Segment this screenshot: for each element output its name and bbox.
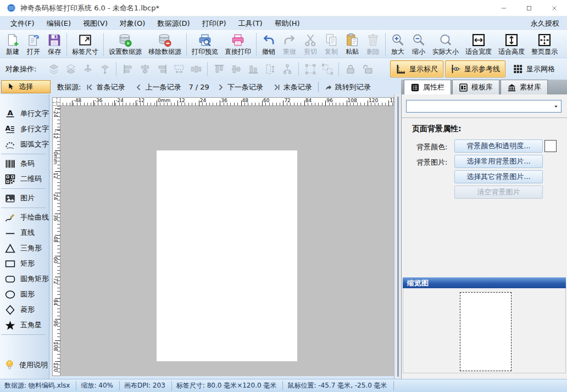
tool-freehand-curve[interactable]: 手绘曲线 <box>0 210 49 225</box>
paste-button[interactable]: 粘贴 <box>342 32 363 57</box>
close-button[interactable] <box>542 0 567 16</box>
tab-materials[interactable]: 素材库 <box>501 80 548 94</box>
separator <box>103 33 104 56</box>
circle-icon <box>4 289 16 300</box>
show-grid-toggle[interactable]: 显示网格 <box>507 60 560 77</box>
save-button[interactable]: 保存 <box>44 32 65 57</box>
prev-record-button[interactable]: 上一条记录 <box>130 80 186 94</box>
tool-arc-text[interactable]: 圆弧文字 <box>0 137 49 152</box>
maximize-button[interactable] <box>516 0 542 16</box>
rec-last-icon <box>273 83 281 91</box>
group-button <box>302 61 319 77</box>
print-preview-button[interactable]: 打印预览 <box>188 32 221 57</box>
datasource-label: 数据源: <box>57 80 81 94</box>
menu-print[interactable]: 打印(P) <box>196 19 232 29</box>
tool-triangle[interactable]: 三角形 <box>0 240 49 256</box>
background-color-swatch[interactable] <box>544 140 557 152</box>
label-page[interactable] <box>157 150 297 361</box>
cut-icon <box>303 33 318 47</box>
tool-rounded-rectangle[interactable]: 圆角矩形 <box>0 271 49 287</box>
show-guides-toggle[interactable]: 显示参考线 <box>445 60 505 77</box>
text-arc-icon <box>4 139 16 150</box>
menu-view[interactable]: 视图(V) <box>77 19 114 29</box>
line-icon <box>4 227 16 239</box>
separator <box>256 33 257 56</box>
align-bottom-icon <box>247 63 259 75</box>
zoom-out-button[interactable]: 缩小 <box>408 32 429 57</box>
group-icon <box>304 63 316 75</box>
separator <box>207 62 208 76</box>
tab-templates[interactable]: 模板库 <box>452 80 499 94</box>
actual-size-button[interactable]: 实际大小 <box>429 32 462 57</box>
paste-icon <box>345 33 359 47</box>
properties-panel: 页面背景属性: 背景颜色: 背景颜色和透明度... 背景图片: 选择常用背景图片… <box>401 94 567 379</box>
same-height-button <box>262 61 279 77</box>
minimize-button[interactable] <box>491 0 516 16</box>
fit-width-button[interactable]: 适合宽度 <box>462 32 495 57</box>
object-style-combobox[interactable] <box>406 100 562 113</box>
select-tool-button[interactable]: 选择 <box>1 80 51 93</box>
ruler-corner <box>52 97 60 106</box>
same-width-button <box>170 61 187 77</box>
tool-barcode[interactable]: 条码 <box>0 156 49 171</box>
tool-diamond[interactable]: 菱形 <box>0 302 49 317</box>
title-bar: 神奇条码标签打印系统 6.0 - 未命名1.lbcp* <box>0 0 567 16</box>
choose-common-background-button[interactable]: 选择常用背景图片... <box>454 155 543 168</box>
new-doc-icon <box>5 33 20 47</box>
separator <box>1 154 46 154</box>
tool-qrcode[interactable]: 二维码 <box>0 171 49 187</box>
tool-multi-line-text[interactable]: A 多行文字 <box>0 121 49 137</box>
bring-forward-button <box>79 61 96 77</box>
design-canvas[interactable] <box>60 106 394 376</box>
svg-text:A: A <box>7 108 13 116</box>
background-color-button[interactable]: 背景颜色和透明度... <box>454 139 543 153</box>
panel-splitter[interactable] <box>394 94 401 379</box>
fit-height-button[interactable]: 适合高度 <box>495 32 528 57</box>
redo-button: 重做 <box>279 32 300 57</box>
tool-rectangle[interactable]: 矩形 <box>0 256 49 271</box>
grid-icon <box>513 64 523 74</box>
tool-star[interactable]: 五角星 <box>0 317 49 333</box>
menu-datasource[interactable]: 数据源(D) <box>151 19 196 29</box>
remove-datasource-button[interactable]: 移除数据源 <box>145 32 185 57</box>
menu-file[interactable]: 文件(F) <box>4 19 41 29</box>
tool-image[interactable]: 图片 <box>0 191 49 206</box>
tool-circle[interactable]: 圆形 <box>0 287 49 302</box>
direct-print-button[interactable]: 直接打印 <box>221 32 254 57</box>
usage-help-button[interactable]: 使用说明 <box>4 359 48 371</box>
tab-properties[interactable]: 属性栏 <box>404 80 451 94</box>
thumbnail-area <box>403 288 566 373</box>
print-direct-icon <box>231 33 245 47</box>
fit-page-button[interactable]: 整页显示 <box>528 32 561 57</box>
menu-object[interactable]: 对象(O) <box>114 19 151 29</box>
distribute-vertical-button <box>279 61 296 77</box>
undo-button[interactable]: 撤销 <box>258 32 279 57</box>
label-size-button[interactable]: 标签尺寸 <box>69 32 102 57</box>
show-ruler-toggle[interactable]: 显示标尺 <box>390 60 443 77</box>
choose-other-background-button[interactable]: 选择其它背景图片... <box>454 170 543 183</box>
close-icon <box>551 4 558 12</box>
ungroup-icon <box>321 63 333 75</box>
app-logo-icon <box>7 3 16 13</box>
record-counter[interactable]: 7 / 29 <box>186 80 212 94</box>
menu-edit[interactable]: 编辑(E) <box>41 19 77 29</box>
menu-help[interactable]: 帮助(H) <box>269 19 306 29</box>
horizontal-ruler: -48-36-24-120mm1224364860728496108120132 <box>60 97 394 106</box>
object-operations-label: 对象操作: <box>5 64 36 74</box>
svg-text:A: A <box>5 125 10 132</box>
bulb-icon <box>4 359 15 371</box>
jump-to-record-button[interactable]: 跳转到记录 <box>320 80 376 94</box>
last-record-button[interactable]: 末条记录 <box>268 80 317 94</box>
first-record-button[interactable]: 首条记录 <box>81 80 130 94</box>
rec-jump-icon <box>325 83 332 91</box>
new-button[interactable]: 新建 <box>2 32 23 57</box>
record-bar: 选择 数据源: 首条记录 上一条记录 7 / 29 下一条记录 末条记录 跳转到… <box>0 80 567 94</box>
tool-line[interactable]: 直线 <box>0 225 49 240</box>
next-record-button[interactable]: 下一条记录 <box>212 80 268 94</box>
open-button[interactable]: 打开 <box>23 32 44 57</box>
redo-icon <box>282 33 297 47</box>
zoom-in-button[interactable]: 放大 <box>387 32 408 57</box>
set-datasource-button[interactable]: 设置数据源 <box>105 32 145 57</box>
tool-single-line-text[interactable]: A 单行文字 <box>0 106 49 121</box>
menu-tools[interactable]: 工具(T) <box>232 19 269 29</box>
